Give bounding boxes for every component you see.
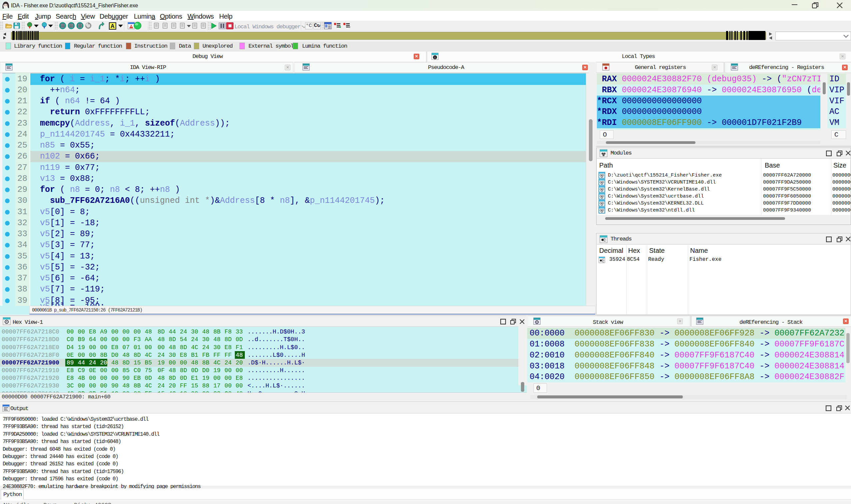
svg-text:i: i: [435, 56, 436, 59]
